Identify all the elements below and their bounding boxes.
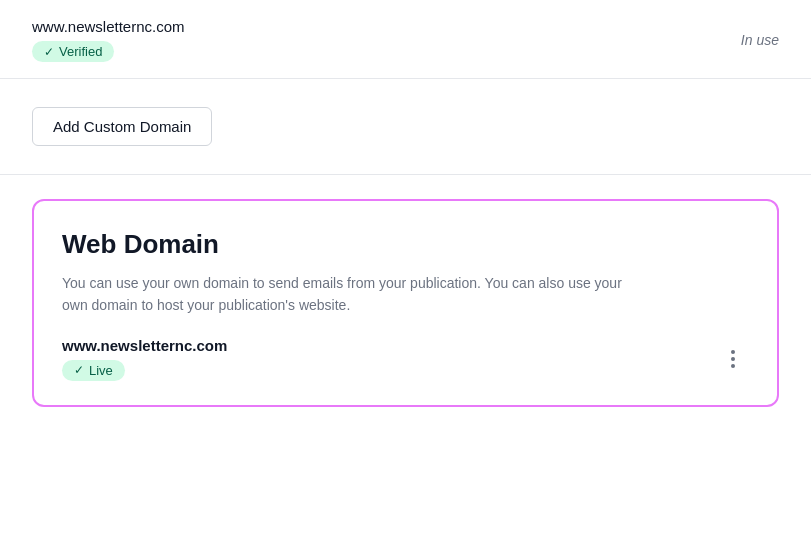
verified-badge: ✓ Verified (32, 41, 114, 62)
verified-label: Verified (59, 44, 102, 59)
page-wrapper: www.newsletternc.com ✓ Verified In use A… (0, 0, 811, 554)
live-badge: ✓ Live (62, 360, 125, 381)
check-icon: ✓ (44, 45, 54, 59)
more-options-button[interactable] (717, 343, 749, 375)
live-check-icon: ✓ (74, 363, 84, 377)
top-domain-info: www.newsletternc.com ✓ Verified (32, 18, 185, 62)
web-domain-title: Web Domain (62, 229, 749, 260)
three-dots-icon (731, 350, 735, 368)
top-domain-row: www.newsletternc.com ✓ Verified In use (0, 0, 811, 79)
add-domain-section: Add Custom Domain (0, 79, 811, 175)
domain-entry: www.newsletternc.com ✓ Live (62, 337, 749, 381)
domain-entry-name: www.newsletternc.com (62, 337, 227, 354)
web-domain-card: Web Domain You can use your own domain t… (32, 199, 779, 407)
live-label: Live (89, 363, 113, 378)
top-domain-name: www.newsletternc.com (32, 18, 185, 35)
in-use-label: In use (741, 32, 779, 48)
web-domain-section: Web Domain You can use your own domain t… (0, 175, 811, 435)
domain-entry-info: www.newsletternc.com ✓ Live (62, 337, 227, 381)
web-domain-description: You can use your own domain to send emai… (62, 272, 642, 317)
add-custom-domain-button[interactable]: Add Custom Domain (32, 107, 212, 146)
